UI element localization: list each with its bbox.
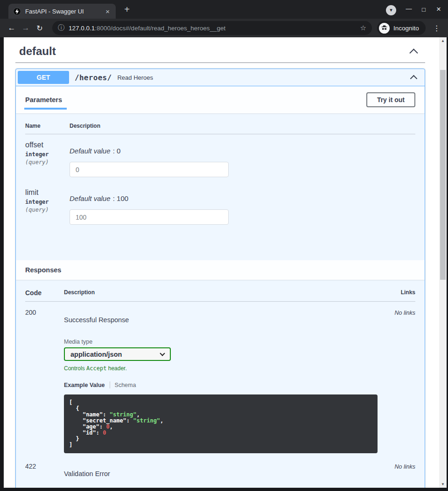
- tab-title: FastAPI - Swagger UI: [25, 8, 104, 15]
- tag-section-header[interactable]: default: [15, 37, 425, 58]
- column-header-links: Links: [382, 289, 415, 297]
- response-description: Validation Error: [64, 470, 382, 477]
- new-tab-button[interactable]: +: [121, 4, 133, 15]
- media-type-value: application/json: [70, 351, 161, 358]
- opblock-get-heroes: GET /heroes/ Read Heroes Parameters Try …: [15, 69, 425, 488]
- reload-button[interactable]: ↻: [33, 24, 47, 33]
- incognito-icon: [379, 23, 390, 34]
- collapse-operation-chevron-icon[interactable]: [410, 75, 418, 82]
- response-links: No links: [382, 463, 415, 477]
- response-row-200: 200 Successful Response Media type appli…: [25, 302, 415, 453]
- scrollbar-thumb[interactable]: [440, 70, 446, 280]
- response-code: 200: [25, 309, 64, 453]
- media-type-label: Media type: [64, 339, 382, 345]
- response-code: 422: [25, 463, 64, 477]
- tab-separator: [110, 381, 110, 388]
- tab-example-value[interactable]: Example Value: [64, 382, 105, 388]
- scroll-up-arrow-icon[interactable]: ▲: [439, 39, 447, 43]
- parameter-name: limit: [25, 188, 70, 197]
- accept-note-code: Accept: [86, 365, 106, 372]
- back-button[interactable]: ←: [5, 23, 19, 33]
- window-minimize-button[interactable]: —: [403, 5, 414, 15]
- incognito-label: Incognito: [393, 25, 419, 32]
- response-description: Successful Response: [64, 316, 382, 324]
- limit-input[interactable]: [70, 209, 229, 225]
- parameter-type: integer: [25, 199, 70, 205]
- responses-header: Responses: [16, 260, 425, 280]
- browser-tab[interactable]: FastAPI - Swagger UI ×: [8, 4, 116, 19]
- media-type-select[interactable]: application/json: [64, 347, 171, 361]
- operation-path: /heroes/: [75, 73, 112, 82]
- tab-search-button[interactable]: ▾: [386, 5, 396, 15]
- fastapi-favicon-icon: [13, 7, 21, 15]
- tab-schema[interactable]: Schema: [115, 382, 136, 388]
- default-value-number: : 100: [111, 194, 129, 202]
- default-value-label: Default value: [70, 194, 111, 202]
- tag-divider: [15, 62, 425, 63]
- column-header-name: Name: [25, 123, 70, 129]
- collapse-tag-chevron-icon[interactable]: [409, 48, 418, 57]
- page-scrollbar[interactable]: ▲ ▼: [439, 37, 447, 488]
- operation-summary-text: Read Heroes: [117, 74, 411, 81]
- parameter-location: (query): [25, 207, 70, 213]
- tab-close-icon[interactable]: ×: [104, 7, 111, 15]
- example-schema-tabs: Example Value Schema: [64, 381, 382, 388]
- chevron-down-icon: [160, 351, 165, 356]
- responses-title: Responses: [25, 266, 61, 274]
- example-json-code-block[interactable]: [ { "name": "string", "secret_name": "st…: [64, 394, 378, 453]
- forward-button[interactable]: →: [19, 23, 33, 33]
- address-bar[interactable]: ⓘ 127.0.0.1:8000/docs#/default/read_hero…: [52, 21, 372, 35]
- column-header-description: Description: [70, 123, 100, 129]
- parameters-header: Parameters Try it out: [16, 86, 425, 113]
- parameter-location: (query): [25, 159, 70, 166]
- parameter-name: offset: [25, 141, 70, 149]
- browser-menu-icon[interactable]: ⋮: [431, 24, 442, 33]
- browser-toolbar: ← → ↻ ⓘ 127.0.0.1:8000/docs#/default/rea…: [0, 19, 448, 37]
- parameter-row-offset: offset integer (query) Default value : 0: [25, 134, 415, 177]
- window-close-button[interactable]: ×: [433, 5, 444, 15]
- accept-note-prefix: Controls: [64, 365, 86, 372]
- try-it-out-button[interactable]: Try it out: [366, 92, 415, 107]
- accept-note-suffix: header.: [106, 365, 126, 372]
- operation-summary[interactable]: GET /heroes/ Read Heroes: [16, 69, 425, 86]
- tag-title: default: [19, 45, 56, 58]
- responses-table: Code Description Links 200 Successful Re…: [16, 280, 425, 488]
- url-host: 127.0.0.1: [69, 25, 95, 32]
- url-path: :8000/docs#/default/read_heroes_heroes__…: [95, 25, 225, 32]
- page-info-icon[interactable]: ⓘ: [58, 24, 64, 32]
- url-text[interactable]: 127.0.0.1:8000/docs#/default/read_heroes…: [69, 25, 357, 32]
- default-value-number: : 0: [111, 147, 121, 155]
- incognito-badge: Incognito: [377, 21, 426, 35]
- accept-header-note: Controls Accept header.: [64, 365, 382, 372]
- parameter-default-text: Default value : 100: [70, 194, 229, 202]
- response-links: No links: [382, 309, 415, 453]
- browser-tabbar: FastAPI - Swagger UI × + ▾ — □ ×: [0, 0, 448, 19]
- response-row-422: 422 Validation Error No links: [25, 453, 415, 477]
- default-value-label: Default value: [70, 147, 111, 155]
- scroll-down-arrow-icon[interactable]: ▼: [439, 482, 447, 486]
- parameter-default-text: Default value : 0: [70, 147, 229, 155]
- bookmark-star-icon[interactable]: ☆: [360, 24, 366, 32]
- offset-input[interactable]: [70, 162, 229, 177]
- parameters-table: Name Description offset integer (query) …: [16, 113, 425, 260]
- swagger-page: default GET /heroes/ Read Heroes Paramet…: [4, 37, 439, 488]
- column-header-description: Description: [64, 289, 382, 297]
- column-header-code: Code: [25, 289, 64, 297]
- parameters-title: Parameters: [25, 96, 62, 104]
- window-maximize-button[interactable]: □: [418, 5, 429, 15]
- parameter-row-limit: limit integer (query) Default value : 10…: [25, 182, 415, 225]
- http-method-badge: GET: [18, 71, 69, 84]
- parameter-type: integer: [25, 151, 70, 158]
